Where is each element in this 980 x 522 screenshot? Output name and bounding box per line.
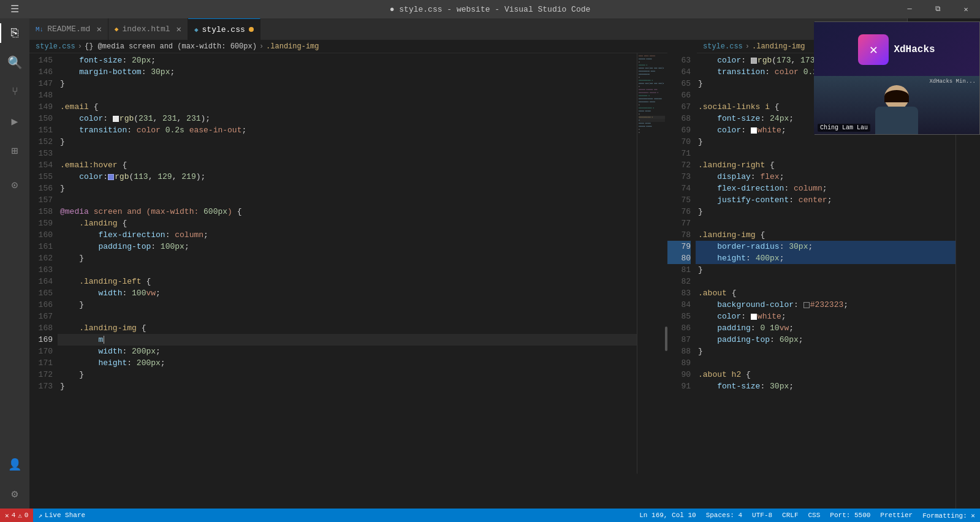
code-line-159: .landing {	[58, 218, 637, 229]
sidebar-item-extensions[interactable]: ⊞	[0, 136, 29, 165]
breadcrumb-context[interactable]: {} @media screen and (max-width: 600px)	[85, 42, 257, 51]
status-language[interactable]: CSS	[803, 509, 826, 522]
tab-style-left[interactable]: ◆ style.css	[188, 18, 260, 40]
status-live-share[interactable]: ↗ Live Share	[33, 509, 90, 522]
activity-bar: ⎘ 🔍 ⑂ ▶ ⊞ ⊙ 👤 ⚙	[0, 18, 29, 509]
code-line-170: width: 200px;	[58, 346, 637, 357]
sidebar-item-account[interactable]: 👤	[0, 450, 29, 479]
status-port[interactable]: Port: 5500	[825, 509, 875, 522]
code-line-r86: padding: 0 10vw;	[696, 322, 955, 334]
code-line-151: transition: color 0.2s ease-in-out;	[58, 124, 637, 136]
status-left: ✕ 4 ⚠ 0 ↗ Live Share	[0, 509, 90, 522]
modified-dot	[249, 27, 254, 32]
breadcrumb-file[interactable]: style.css	[36, 42, 75, 51]
code-line-r79: border-radius: 30px;	[696, 241, 955, 252]
code-line-r83: .about {	[696, 287, 955, 299]
tab-index[interactable]: ◆ index.html ✕	[108, 18, 188, 40]
account-icon: 👤	[8, 458, 21, 471]
minimize-button[interactable]: —	[895, 0, 924, 18]
sidebar-item-settings[interactable]: ⚙	[0, 479, 29, 509]
code-line-r78: .landing-img {	[696, 229, 955, 241]
code-line-r89	[696, 357, 955, 369]
color-swatch-r69	[751, 127, 757, 134]
live-share-label: Live Share	[45, 512, 85, 519]
sidebar-item-remote[interactable]: ⊙	[0, 170, 29, 200]
code-line-r87: padding-top: 60px;	[696, 334, 955, 346]
sidebar-item-explorer[interactable]: ⎘	[0, 18, 29, 48]
code-line-r91: font-size: 30px;	[696, 380, 955, 392]
prettier-label: Prettier	[880, 512, 913, 519]
code-line-147: }	[58, 78, 637, 89]
encoding-label: UTF-8	[752, 512, 772, 519]
breadcrumb-bar-left: style.css › {} @media screen and (max-wi…	[29, 40, 667, 53]
code-line-164: .landing-left {	[58, 276, 637, 287]
status-formatting[interactable]: Formatting: ✕	[917, 509, 980, 522]
warning-count: 0	[25, 512, 29, 519]
status-right: Ln 169, Col 10 Spaces: 4 UTF-8 CRLF CSS …	[634, 509, 980, 522]
breadcrumb-selector-right[interactable]: .landing-img	[752, 42, 805, 51]
code-line-r80: height: 400px;	[696, 252, 955, 264]
code-container-left: 145 146 147 148 149 150 151 152 153 154 …	[29, 53, 667, 474]
code-line-171: height: 200px;	[58, 357, 637, 369]
code-line-166: }	[58, 299, 637, 311]
code-line-146: margin-bottom: 30px;	[58, 66, 637, 78]
spaces-label: Spaces: 4	[706, 512, 742, 519]
line-ending-label: CRLF	[782, 512, 798, 519]
port-label: Port: 5500	[830, 512, 870, 519]
sidebar-item-search[interactable]: 🔍	[0, 48, 29, 77]
gear-icon: ⚙	[12, 487, 18, 501]
tab-index-label: index.html	[122, 25, 170, 34]
breadcrumb-selector[interactable]: .landing-img	[266, 42, 319, 51]
status-bar: ✕ 4 ⚠ 0 ↗ Live Share Ln 169, Col 10 Spac…	[0, 509, 980, 522]
status-prettier[interactable]: Prettier	[875, 509, 917, 522]
title-bar-controls: ☰	[0, 0, 29, 18]
code-line-157	[58, 194, 637, 206]
code-line-r77	[696, 218, 955, 229]
code-line-r84: background-color: #232323;	[696, 299, 955, 311]
color-swatch-155	[108, 174, 114, 180]
status-errors[interactable]: ✕ 4 ⚠ 0	[0, 509, 33, 522]
tab-readme-label: README.md	[47, 25, 90, 34]
editor-pane-left[interactable]: 145 146 147 148 149 150 151 152 153 154 …	[29, 53, 667, 509]
sidebar-item-run[interactable]: ▶	[0, 107, 29, 136]
close-button[interactable]: ✕	[952, 0, 980, 18]
status-encoding[interactable]: UTF-8	[747, 509, 777, 522]
code-line-145: font-size: 20px;	[58, 55, 637, 66]
tab-style-left-label: style.css	[202, 25, 245, 34]
tab-index-close[interactable]: ✕	[177, 24, 181, 34]
search-icon: 🔍	[7, 55, 23, 70]
code-line-163	[58, 264, 637, 276]
tab-readme-close[interactable]: ✕	[96, 24, 101, 34]
formatting-label: Formatting: ✕	[922, 512, 975, 520]
code-line-155: color:rgb(113, 129, 219);	[58, 171, 637, 183]
code-line-152: }	[58, 136, 637, 148]
code-line-156: }	[58, 183, 637, 194]
title-bar: ☰ ● style.css - website - Visual Studio …	[0, 0, 980, 18]
sidebar-item-source-control[interactable]: ⑂	[0, 77, 29, 107]
line-numbers-right: 63 64 65 66 67 68 69 70 71 72 73 74 75 7…	[667, 53, 696, 509]
language-label: CSS	[808, 512, 821, 519]
minimap-left: ■■■■ ■■■■ ■■■■■ ■■■■■■ ■■■■■ ■ ■■■■■■ ■ …	[637, 53, 667, 474]
breadcrumb-file-right[interactable]: style.css	[703, 42, 743, 51]
status-spaces[interactable]: Spaces: 4	[701, 509, 747, 522]
camera-name-label: Ching Lam Lau	[818, 124, 870, 132]
warning-icon: ⚠	[18, 512, 22, 520]
code-line-r70: }	[696, 136, 955, 148]
code-line-r71	[696, 148, 955, 159]
code-line-148	[58, 89, 637, 101]
extensions-icon: ⊞	[12, 144, 18, 157]
color-swatch-r85	[751, 314, 757, 320]
code-line-r82	[696, 276, 955, 287]
maximize-button[interactable]: ⧉	[924, 0, 952, 18]
code-lines-left[interactable]: font-size: 20px; margin-bottom: 30px; } …	[58, 53, 637, 474]
color-swatch-150	[113, 116, 119, 122]
status-line-ending[interactable]: CRLF	[777, 509, 803, 522]
readme-icon: M↓	[36, 26, 44, 33]
code-line-168: .landing-img {	[58, 322, 637, 334]
code-line-150: color: rgb(231, 231, 231);	[58, 113, 637, 124]
status-ln-col[interactable]: Ln 169, Col 10	[634, 509, 701, 522]
error-count: 4	[12, 512, 16, 519]
color-swatch-r84	[803, 302, 810, 308]
tab-readme[interactable]: M↓ README.md ✕	[29, 18, 108, 40]
ln-col-label: Ln 169, Col 10	[639, 512, 696, 519]
